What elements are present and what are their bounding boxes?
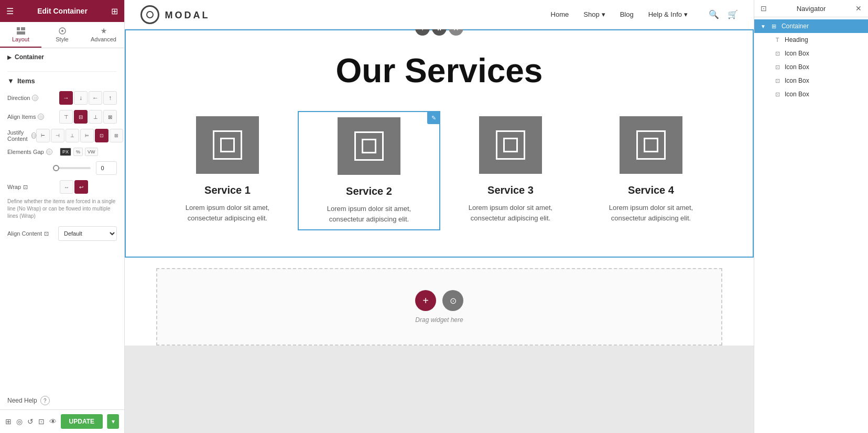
empty-drop-section[interactable]: + ⊙ Drag widget here <box>156 268 722 346</box>
add-widget-btn[interactable]: + <box>415 290 436 311</box>
canvas-area: + ⠿ ✕ Our Services Service 1 Lorem ipsum… <box>125 29 754 433</box>
service-item-4[interactable]: Service 4 Lorem ipsum dolor sit amet, co… <box>581 111 721 230</box>
tab-advanced[interactable]: Advanced <box>83 22 124 48</box>
service-item-2[interactable]: ✎ Service 2 Lorem ipsum dolor sit amet, … <box>298 111 440 230</box>
service-icon-inner-1 <box>213 130 242 160</box>
section-move-btn[interactable]: ⠿ <box>432 29 447 36</box>
footer-responsive-icon[interactable]: ⊡ <box>38 414 45 429</box>
need-help[interactable]: Need Help ? <box>0 392 124 409</box>
gap-unit-vw[interactable]: VW <box>85 148 98 156</box>
services-grid: Service 1 Lorem ipsum dolor sit amet, co… <box>157 111 721 230</box>
svg-rect-1 <box>21 27 25 30</box>
direction-row-btn[interactable]: → <box>59 91 73 105</box>
panel-tabs: Layout Style Advanced <box>0 22 124 48</box>
nav-item-iconbox-1[interactable]: ⊡ Icon Box <box>767 47 868 60</box>
container-section-header[interactable]: ▶ Container <box>7 53 117 61</box>
elements-gap-control: Elements Gap ⊡ PX % VW <box>7 148 117 156</box>
footer-layers-icon[interactable]: ⊞ <box>5 414 12 429</box>
footer-preview-icon[interactable]: 👁 <box>49 414 57 429</box>
gap-slider-thumb[interactable] <box>53 165 59 171</box>
nav-blog[interactable]: Blog <box>620 10 634 18</box>
section-close-btn[interactable]: ✕ <box>449 29 463 36</box>
no-wrap-btn[interactable]: ↔ <box>60 180 73 194</box>
service-icon-inner-3 <box>496 130 525 160</box>
update-button[interactable]: UPDATE <box>61 414 103 429</box>
service-edit-handle[interactable]: ✎ <box>427 112 440 124</box>
align-content-control: Align Content ⊡ Default Flex Start Flex … <box>7 226 117 241</box>
gap-unit-pct[interactable]: % <box>73 148 83 156</box>
shop-chevron-icon: ▾ <box>602 10 605 18</box>
footer-settings-icon[interactable]: ◎ <box>16 414 23 429</box>
service-desc-1: Lorem ipsum dolor sit amet, consectetur … <box>168 203 287 223</box>
service-name-3: Service 3 <box>451 184 570 196</box>
service-name-2: Service 2 <box>309 185 429 197</box>
tab-layout[interactable]: Layout <box>0 22 41 48</box>
update-dropdown-button[interactable]: ▾ <box>107 414 119 429</box>
tab-style[interactable]: Style <box>41 22 83 48</box>
navigator-back-icon[interactable]: ⊡ <box>761 4 767 13</box>
heading-icon: T <box>773 37 782 43</box>
nav-item-iconbox-4[interactable]: ⊡ Icon Box <box>767 87 868 101</box>
grid-icon[interactable]: ⊞ <box>111 6 118 16</box>
justify-between-btn[interactable]: ⊨ <box>80 129 94 142</box>
section-add-btn[interactable]: + <box>415 29 430 36</box>
service-desc-4: Lorem ipsum dolor sit amet, consectetur … <box>591 203 711 223</box>
logo-ring-icon <box>140 5 159 24</box>
justify-center-btn[interactable]: ⊣ <box>51 129 64 142</box>
hamburger-icon[interactable]: ☰ <box>6 6 14 16</box>
nav-shop[interactable]: Shop ▾ <box>583 10 605 18</box>
container-icon: ⊞ <box>770 23 778 30</box>
iconbox1-icon: ⊡ <box>773 50 782 57</box>
navigator-title: Navigator <box>797 5 826 13</box>
align-top-btn[interactable]: ⊤ <box>59 110 73 124</box>
nav-iconbox3-label: Icon Box <box>785 77 809 84</box>
justify-around-btn[interactable]: ⊡ <box>95 129 108 142</box>
service-item-1[interactable]: Service 1 Lorem ipsum dolor sit amet, co… <box>157 111 298 230</box>
gap-range-slider[interactable] <box>53 167 91 169</box>
cart-icon[interactable]: 🛒 <box>728 9 738 19</box>
nav-item-container[interactable]: ▼ ⊞ Container <box>754 19 868 33</box>
add-template-btn[interactable]: ⊙ <box>442 290 463 311</box>
search-icon[interactable]: 🔍 <box>709 9 719 19</box>
align-bottom-btn[interactable]: ⊥ <box>89 110 102 124</box>
gap-info-icon: ⊡ <box>46 149 52 155</box>
nav-icons: 🔍 🛒 <box>709 9 738 19</box>
direction-col-rev-btn[interactable]: ↑ <box>103 91 117 105</box>
service-icon-inner-2 <box>354 131 384 161</box>
section-toolbar: + ⠿ ✕ <box>415 29 463 36</box>
justify-evenly-btn[interactable]: ⊞ <box>110 129 123 142</box>
nav-help[interactable]: Help & Info ▾ <box>648 10 688 18</box>
gap-number-input[interactable] <box>96 161 117 175</box>
panel-title: Edit Container <box>37 7 88 15</box>
navigator-close-icon[interactable]: ✕ <box>855 4 862 13</box>
nav-item-iconbox-2[interactable]: ⊡ Icon Box <box>767 60 868 74</box>
direction-row-rev-btn[interactable]: ← <box>89 91 102 105</box>
wrap-btn-group: ↔ ↩ <box>60 180 88 194</box>
nav-home[interactable]: Home <box>551 10 569 18</box>
direction-col-btn[interactable]: ↓ <box>74 91 88 105</box>
services-section[interactable]: + ⠿ ✕ Our Services Service 1 Lorem ipsum… <box>125 29 754 258</box>
service-item-3[interactable]: Service 3 Lorem ipsum dolor sit amet, co… <box>440 111 581 230</box>
service-icon-3 <box>479 116 542 174</box>
iconbox3-icon: ⊡ <box>773 77 782 84</box>
gap-unit-px[interactable]: PX <box>60 148 71 156</box>
wrap-btn[interactable]: ↩ <box>74 180 88 194</box>
wrap-label: Wrap ⊡ <box>7 184 60 191</box>
items-section-title[interactable]: ▼ Items <box>7 77 117 85</box>
align-center-btn[interactable]: ⊟ <box>74 110 88 124</box>
justify-end-btn[interactable]: ⊥ <box>66 129 79 142</box>
align-content-select[interactable]: Default Flex Start Flex End Center Space… <box>58 226 117 241</box>
align-stretch-btn[interactable]: ⊠ <box>103 110 117 124</box>
service-icon-4 <box>620 116 682 174</box>
nav-item-iconbox-3[interactable]: ⊡ Icon Box <box>767 74 868 87</box>
container-arrow: ▶ <box>7 54 12 60</box>
justify-start-btn[interactable]: ⊢ <box>36 129 50 142</box>
footer-history-icon[interactable]: ↺ <box>27 414 34 429</box>
service-name-1: Service 1 <box>168 184 287 196</box>
align-content-label: Align Content ⊡ <box>7 230 58 237</box>
nav-iconbox1-label: Icon Box <box>785 50 809 57</box>
container-section: ▶ Container <box>0 48 124 71</box>
service-icon-2 <box>338 117 400 175</box>
nav-item-heading[interactable]: T Heading <box>767 33 868 47</box>
nav-container-label: Container <box>782 23 809 30</box>
